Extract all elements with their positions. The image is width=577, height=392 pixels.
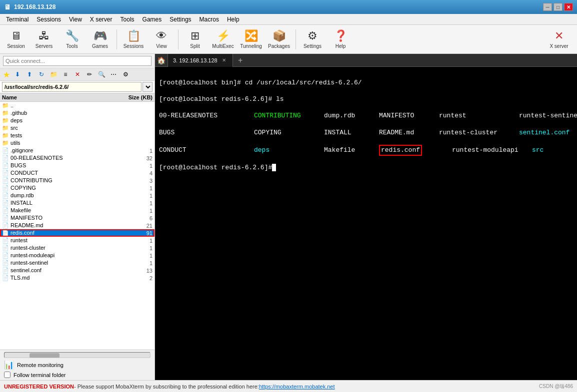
table-row[interactable]: 📄 redis.conf91 xyxy=(0,229,154,237)
table-row[interactable]: 📄 INSTALL1 xyxy=(0,199,154,207)
file-size-cell xyxy=(108,132,154,139)
remote-monitor-label: Remote monitoring xyxy=(17,362,64,368)
table-row[interactable]: 📄 00-RELEASENOTES32 xyxy=(0,154,154,162)
menu-games[interactable]: Games xyxy=(138,15,166,24)
file-size-cell: 1 xyxy=(108,199,154,207)
table-row[interactable]: 📄 dump.rdb1 xyxy=(0,192,154,199)
menu-view[interactable]: View xyxy=(65,15,86,24)
remote-monitor-button[interactable]: 📊 Remote monitoring xyxy=(4,360,150,370)
file-name-cell: 📄 TLS.md xyxy=(0,274,108,282)
xserver-button[interactable]: ✕ X server xyxy=(544,26,574,52)
settings2-button[interactable]: ⚙ xyxy=(120,69,131,79)
tab-home-button[interactable]: 🏠 xyxy=(155,54,168,67)
menu-tools[interactable]: Tools xyxy=(116,15,138,24)
menu-help[interactable]: Help xyxy=(223,15,244,24)
multiexec-button[interactable]: ⚡ MultiExec xyxy=(210,26,236,52)
table-row[interactable]: 📄 sentinel.conf13 xyxy=(0,267,154,274)
settings-button[interactable]: ⚙ Settings xyxy=(300,26,326,52)
table-row[interactable]: 📁 .. xyxy=(0,102,154,110)
table-row[interactable]: 📄 COPYING1 xyxy=(0,184,154,192)
filter-button[interactable]: 🔍 xyxy=(96,69,107,79)
file-name-cell: 📄 runtest-moduleapi xyxy=(0,252,108,259)
table-row[interactable]: 📄 TLS.md2 xyxy=(0,274,154,282)
split-button[interactable]: ⊞ Split xyxy=(182,26,208,52)
quick-connect-bar xyxy=(0,54,154,68)
table-row[interactable]: 📄 MANIFESTO6 xyxy=(0,214,154,222)
file-name-cell: 📄 runtest xyxy=(0,237,108,244)
path-input[interactable] xyxy=(2,82,142,92)
table-row[interactable]: 📁 .github xyxy=(0,109,154,117)
more-button[interactable]: ⋯ xyxy=(108,69,119,79)
folder-icon: 📁 xyxy=(2,140,10,146)
menu-settings[interactable]: Settings xyxy=(166,15,195,24)
file-icon: 📄 xyxy=(2,260,10,266)
menu-macros[interactable]: Macros xyxy=(196,15,223,24)
help-button[interactable]: ❓ Help xyxy=(328,26,354,52)
file-icon: 📄 xyxy=(2,222,10,228)
file-name-cell: 📁 src xyxy=(0,124,108,132)
table-row[interactable]: 📄 README.md21 xyxy=(0,222,154,229)
menu-xserver[interactable]: X server xyxy=(86,15,116,24)
horizontal-scrollbar[interactable] xyxy=(4,352,150,358)
unregistered-label: UNREGISTERED VERSION xyxy=(4,384,74,390)
table-row[interactable]: 📁 src xyxy=(0,124,154,132)
session-button[interactable]: 🖥 Session xyxy=(3,26,29,52)
tab-bar: 🏠 3. 192.168.13.128 ✕ + xyxy=(155,54,577,67)
table-row[interactable]: 📄 BUGS1 xyxy=(0,162,154,169)
ls-contributing: CONTRIBUTING xyxy=(254,111,324,120)
close-button[interactable]: ✕ xyxy=(564,3,573,11)
table-row[interactable]: 📄 runtest1 xyxy=(0,237,154,244)
menu-terminal[interactable]: Terminal xyxy=(2,15,32,24)
file-icon: 📄 xyxy=(2,215,10,221)
file-size-cell: 1 xyxy=(108,147,154,154)
edit-button[interactable]: ✏ xyxy=(84,69,95,79)
tools-button[interactable]: 🔧 Tools xyxy=(59,26,85,52)
table-row[interactable]: 📁 utils xyxy=(0,139,154,147)
terminal-line-1: [root@localhost bin]# cd /usr/local/src/… xyxy=(159,78,577,87)
table-row[interactable]: 📄 .gitignore1 xyxy=(0,147,154,154)
view-button[interactable]: 👁 View xyxy=(148,26,174,52)
table-row[interactable]: 📄 runtest-cluster1 xyxy=(0,244,154,252)
tab-add-button[interactable]: + xyxy=(235,55,246,66)
ls-dumprdb: dump.rdb xyxy=(324,111,379,120)
file-icon: 📄 xyxy=(2,147,10,153)
status-link[interactable]: https://mobaxterm.mobatek.net xyxy=(259,384,335,390)
refresh-button[interactable]: ↻ xyxy=(36,69,47,79)
view-toggle-button[interactable]: ≡ xyxy=(60,69,71,79)
packages-button[interactable]: 📦 Packages xyxy=(266,26,292,52)
menu-sessions[interactable]: Sessions xyxy=(32,15,65,24)
new-folder-button[interactable]: 📁 xyxy=(48,69,59,79)
quick-connect-input[interactable] xyxy=(3,56,152,66)
tab-close-button[interactable]: ✕ xyxy=(220,57,228,64)
follow-terminal-toggle[interactable]: Follow terminal folder xyxy=(4,372,150,378)
maximize-button[interactable]: □ xyxy=(554,3,562,11)
table-row[interactable]: 📄 runtest-moduleapi1 xyxy=(0,252,154,259)
table-row[interactable]: 📁 deps xyxy=(0,117,154,124)
sessions-button[interactable]: 📋 Sessions xyxy=(120,26,146,52)
table-row[interactable]: 📄 CONTRIBUTING3 xyxy=(0,177,154,184)
file-size-cell: 1 xyxy=(108,184,154,192)
file-icon: 📄 xyxy=(2,237,10,243)
file-size-cell: 1 xyxy=(108,207,154,214)
table-row[interactable]: 📄 runtest-sentinel1 xyxy=(0,259,154,267)
table-row[interactable]: 📄 Makefile1 xyxy=(0,207,154,214)
download-button[interactable]: ⬇ xyxy=(12,69,23,79)
file-name-cell: 📄 CONTRIBUTING xyxy=(0,177,108,184)
tab-session[interactable]: 3. 192.168.13.128 ✕ xyxy=(168,54,233,67)
delete-button[interactable]: ✕ xyxy=(72,69,83,79)
table-row[interactable]: 📁 tests xyxy=(0,132,154,139)
servers-button[interactable]: 🖧 Servers xyxy=(31,26,57,52)
terminal-content[interactable]: [root@localhost bin]# cd /usr/local/src/… xyxy=(155,67,577,380)
ls-runtest-moduleapi: runtest-moduleapi xyxy=(452,146,532,155)
file-size-cell: 32 xyxy=(108,154,154,162)
upload-button[interactable]: ⬆ xyxy=(24,69,35,79)
follow-terminal-checkbox[interactable] xyxy=(4,372,10,378)
tunneling-button[interactable]: 🔀 Tunneling xyxy=(238,26,264,52)
sessions-icon: 📋 xyxy=(127,29,140,42)
path-dropdown[interactable] xyxy=(142,82,152,92)
minimize-button[interactable]: ─ xyxy=(543,3,552,11)
ls-makefile: Makefile xyxy=(324,146,379,155)
file-size-cell: 1 xyxy=(108,259,154,267)
games-button[interactable]: 🎮 Games xyxy=(87,26,113,52)
table-row[interactable]: 📄 CONDUCT4 xyxy=(0,169,154,177)
